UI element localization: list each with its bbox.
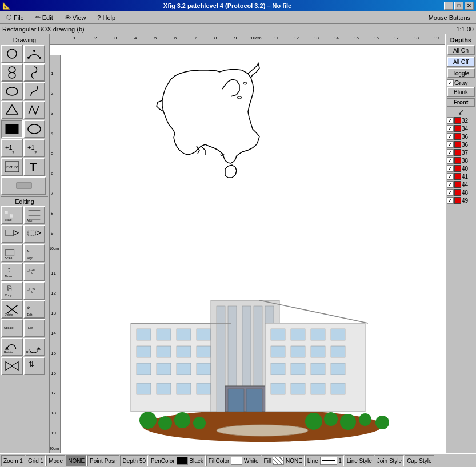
zigzag-tool-btn[interactable] — [23, 101, 45, 119]
depth-40-color — [454, 165, 461, 172]
fill-style-box — [273, 457, 284, 465]
depth-item-44[interactable]: 44 — [447, 180, 475, 188]
depth-item-32[interactable]: 32 — [447, 116, 475, 124]
oval-tool-btn[interactable] — [23, 120, 45, 138]
rect-tool-btn[interactable] — [1, 120, 23, 138]
depth-item-49[interactable]: 49 — [447, 196, 475, 204]
stretch-tool-btn[interactable] — [1, 225, 23, 243]
svg-rect-74 — [217, 306, 225, 412]
blank-button[interactable]: Blank — [447, 87, 475, 97]
depth-item-38[interactable]: 38 — [447, 156, 475, 164]
align2-tool-btn[interactable]: AnAlign — [23, 244, 45, 262]
menu-view[interactable]: 👁 View — [59, 13, 91, 23]
depth-48-checkbox[interactable] — [447, 189, 454, 196]
svg-text:-0: -0 — [30, 290, 33, 293]
toolbar-row-8 — [1, 176, 48, 195]
maximize-button[interactable]: □ — [454, 2, 463, 10]
depth-item-48[interactable]: 48 — [447, 188, 475, 196]
text-tool-btn[interactable]: T — [23, 158, 45, 176]
drawing-canvas[interactable] — [71, 55, 445, 453]
svg-rect-90 — [331, 346, 345, 357]
copy2-tool-btn[interactable]: ◻→0-0 — [23, 281, 45, 300]
point1-tool-btn[interactable]: +12 — [1, 139, 23, 157]
ellipse-tool-btn[interactable] — [1, 82, 23, 100]
depth-item-36b[interactable]: 36 — [447, 140, 475, 148]
fillcolor-box — [231, 457, 242, 465]
depth-item-34[interactable]: 34 — [447, 124, 475, 132]
depth-41-checkbox[interactable] — [447, 173, 454, 180]
svg-point-103 — [174, 412, 190, 428]
linestyle-field: Line Style — [345, 455, 374, 466]
drawing-section-label: Drawing — [1, 35, 48, 45]
scale2-tool-btn[interactable]: Scale — [1, 244, 23, 262]
titlebar: 📐 Xfig 3.2 patchlevel 4 (Protocol 3.2) –… — [0, 0, 476, 11]
depth-48-color — [454, 189, 461, 196]
menu-edit[interactable]: ✏ Edit — [30, 12, 58, 23]
toggle-button[interactable]: Toggle — [447, 68, 475, 78]
depth-item-36a[interactable]: 36 — [447, 132, 475, 140]
stretch2-tool-btn[interactable] — [23, 225, 45, 243]
svg-marker-47 — [37, 347, 41, 349]
depth-34-checkbox[interactable] — [447, 125, 454, 132]
rotate-right-tool-btn[interactable]: Rotate — [23, 338, 45, 356]
depth-36b-checkbox[interactable] — [447, 141, 454, 148]
depth-38-checkbox[interactable] — [447, 157, 454, 164]
gray-label: Gray — [454, 79, 468, 86]
depth-37-checkbox[interactable] — [447, 149, 454, 156]
rotate-left-tool-btn[interactable]: Rotate — [1, 338, 23, 356]
menu-file[interactable]: ⬡ File — [1, 12, 29, 23]
svg-rect-92 — [291, 363, 305, 375]
depth-item-41[interactable]: 41 — [447, 172, 475, 180]
copy-tool-btn[interactable]: ⎘Copy — [1, 281, 23, 300]
menu-file-label: File — [14, 14, 24, 21]
svg-point-105 — [305, 413, 322, 430]
linestyle-value: Style — [359, 458, 372, 464]
depth-44-label: 44 — [462, 182, 468, 188]
svg-rect-97 — [311, 383, 325, 394]
linestyle-label: Line — [347, 458, 358, 464]
svg-point-101 — [139, 412, 157, 429]
svg-rect-57 — [137, 329, 151, 340]
flip-v-tool-btn[interactable]: ⇅ — [23, 357, 45, 375]
delete-tool-btn[interactable]: Delete — [1, 300, 23, 319]
depth-item-40[interactable]: 40 — [447, 164, 475, 172]
delete2-tool-btn[interactable]: ⚙Edit — [23, 300, 45, 319]
minimize-button[interactable]: – — [444, 2, 453, 10]
depth-38-label: 38 — [462, 158, 468, 164]
all-off-button[interactable]: All Off — [447, 57, 475, 67]
scale-tool-btn[interactable]: ⬜⬜Scale — [1, 206, 23, 224]
depth-item-37[interactable]: 37 — [447, 148, 475, 156]
depth-48-label: 48 — [462, 190, 468, 196]
flip-h-tool-btn[interactable] — [1, 357, 23, 375]
gray-checkbox[interactable] — [447, 79, 454, 86]
hatch-tool-btn[interactable] — [1, 176, 46, 195]
close-button[interactable]: ✕ — [465, 2, 474, 10]
scurve2-tool-btn[interactable] — [23, 82, 45, 100]
ruler-top: 1 2 3 4 5 6 7 8 9 10cm 11 12 13 14 15 16… — [50, 34, 445, 45]
edit2-tool-btn[interactable]: Edit — [23, 319, 45, 337]
move2-tool-btn[interactable]: ◻→0-0 — [23, 263, 45, 281]
depth-32-checkbox[interactable] — [447, 117, 454, 124]
depth-44-checkbox[interactable] — [447, 181, 454, 188]
menu-help[interactable]: ? Help — [92, 13, 121, 23]
align-tool-btn[interactable]: Align — [23, 206, 45, 224]
depth-40-checkbox[interactable] — [447, 165, 454, 172]
svg-rect-71 — [177, 383, 191, 394]
svg-point-0 — [7, 49, 17, 58]
point2-tool-btn[interactable]: +12 — [23, 139, 45, 157]
polygon-tool-btn[interactable] — [1, 101, 23, 119]
menu-view-icon: 👁 — [65, 14, 71, 21]
circle-tool-btn[interactable] — [1, 45, 23, 63]
picture-tool-btn[interactable]: Picture — [1, 158, 23, 176]
canvas-area[interactable]: 1 2 3 4 5 6 7 8 9 10cm 11 12 13 14 15 16… — [50, 34, 445, 453]
depth-49-checkbox[interactable] — [447, 197, 454, 204]
posn-label: Posn — [105, 458, 118, 464]
all-on-button[interactable]: All On — [447, 45, 475, 55]
svg-rect-72 — [197, 383, 211, 394]
move-tool-btn[interactable]: ↕Move — [1, 263, 23, 281]
depth-36a-checkbox[interactable] — [447, 133, 454, 140]
arc-tool-btn[interactable] — [23, 45, 45, 63]
figure8-tool-btn[interactable] — [1, 63, 23, 82]
scurve-tool-btn[interactable] — [23, 63, 45, 82]
update-tool-btn[interactable]: Update — [1, 319, 23, 337]
